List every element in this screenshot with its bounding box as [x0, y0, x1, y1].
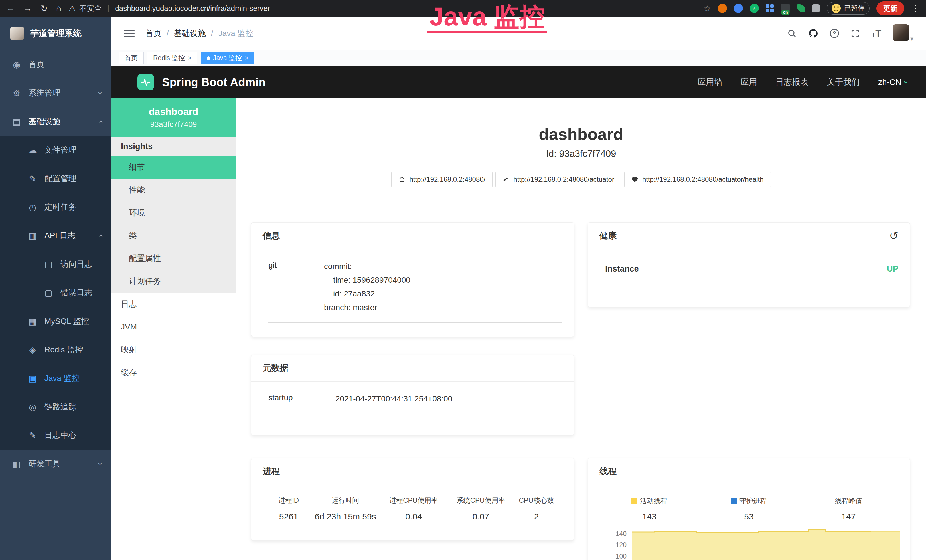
column-header: 进程ID	[265, 496, 312, 505]
sidebar-item-error-log[interactable]: ▢ 错误日志	[0, 278, 111, 307]
app-logo[interactable]: 芋道管理系统	[0, 17, 111, 50]
sba-item-logfile[interactable]: 日志	[111, 293, 236, 316]
annotation-text: Java 监控	[427, 3, 547, 33]
browser-refresh-icon[interactable]: ↻	[41, 3, 48, 14]
process-table: 进程ID 5261 运行时间 6d 23h 15m 59s 进程CPU使用率 0…	[263, 496, 562, 522]
avatar[interactable]	[893, 24, 909, 41]
column-value: 0.04	[379, 512, 449, 522]
profile-paused-badge[interactable]: 已暂停	[827, 2, 870, 15]
fullscreen-icon[interactable]	[850, 29, 860, 38]
sba-nav-wallboard[interactable]: 应用墙	[698, 76, 722, 88]
close-icon[interactable]: ×	[245, 54, 248, 62]
extension-icon-orange[interactable]	[718, 4, 727, 13]
sba-item-mappings[interactable]: 映射	[111, 338, 236, 361]
search-icon[interactable]	[787, 29, 797, 38]
instance-health-link[interactable]: http://192.168.0.2:48080/actuator/health	[624, 172, 771, 187]
github-icon[interactable]	[808, 28, 819, 38]
sidebar-item-label: 错误日志	[61, 287, 92, 298]
address-bar[interactable]: ⚠ 不安全 | dashboard.yudao.iocoder.cn/infra…	[69, 3, 703, 14]
sidebar-item-mysql-monitor[interactable]: ▦ MySQL 监控	[0, 307, 111, 336]
column-value: 2	[513, 512, 560, 522]
sidebar-item-file-management[interactable]: ☁ 文件管理	[0, 136, 111, 164]
sba-item-scheduled-tasks[interactable]: 计划任务	[111, 270, 236, 293]
legend-live-threads: 活动线程 143	[599, 496, 699, 522]
sidebar-item-java-monitor[interactable]: ▣ Java 监控	[0, 364, 111, 392]
tab-label: Redis 监控	[153, 54, 185, 62]
tab-java-monitor[interactable]: Java 监控 ×	[201, 52, 254, 65]
chevron-down-icon: ›	[902, 81, 911, 83]
browser-back-icon[interactable]: ←	[6, 3, 15, 13]
sidebar-item-api-log[interactable]: ▥ API 日志 ›	[0, 221, 111, 250]
close-icon[interactable]: ×	[188, 54, 191, 62]
app-logo-image	[10, 27, 24, 40]
sba-item-classes[interactable]: 类	[111, 224, 236, 247]
chevron-down-icon: ▾	[910, 35, 914, 42]
info-row-git: git commit: time: 1596289704000 id: 27aa…	[268, 259, 562, 322]
sidebar-item-access-log[interactable]: ▢ 访问日志	[0, 250, 111, 278]
sidebar-item-scheduled-jobs[interactable]: ◷ 定时任务	[0, 193, 111, 221]
hamburger-menu-icon[interactable]	[124, 28, 135, 38]
instance-home-link[interactable]: http://192.168.0.2:48080/	[391, 172, 493, 187]
sidebar-item-dev-tools[interactable]: ◧ 研发工具 ›	[0, 450, 111, 478]
sba-item-environment[interactable]: 环境	[111, 201, 236, 224]
sba-item-details[interactable]: 细节	[111, 156, 236, 179]
legend-value: 143	[599, 512, 699, 522]
instance-id: 93a3fc7f7409	[150, 120, 197, 129]
browser-home-icon[interactable]: ⌂	[56, 3, 61, 13]
font-size-icon[interactable]: TT	[872, 28, 881, 39]
help-icon[interactable]: ?	[830, 29, 839, 38]
legend-label: 线程峰值	[835, 496, 862, 506]
breadcrumb-section[interactable]: 基础设施	[174, 28, 206, 39]
tab-redis-monitor[interactable]: Redis 监控 ×	[147, 52, 197, 65]
bookmark-star-icon[interactable]: ☆	[703, 3, 711, 14]
sba-nav-journal[interactable]: 日志报表	[775, 76, 808, 88]
sidebar-item-home[interactable]: ◉ 首页	[0, 50, 111, 79]
extension-icon-leaf[interactable]	[797, 4, 805, 12]
sba-locale-select[interactable]: zh-CN ›	[878, 77, 908, 87]
breadcrumb-home[interactable]: 首页	[145, 28, 162, 39]
extension-icon-green-check[interactable]: ✓	[750, 4, 759, 13]
sba-nav-applications[interactable]: 应用	[741, 76, 757, 88]
metadata-card-title: 元数据	[263, 362, 288, 374]
sidebar-item-trace[interactable]: ◎ 链路追踪	[0, 392, 111, 421]
sba-brand-title[interactable]: Spring Boot Admin	[162, 76, 265, 89]
sidebar-item-label: 研发工具	[29, 459, 61, 469]
extension-icon-switch[interactable]: on	[781, 4, 790, 12]
spring-boot-admin-logo[interactable]	[138, 74, 154, 91]
process-col-uptime: 运行时间 6d 23h 15m 59s	[312, 496, 379, 522]
chrome-update-button[interactable]: 更新	[876, 2, 904, 15]
cloud-icon: ☁	[27, 145, 38, 155]
chevron-down-icon: ›	[95, 92, 104, 94]
process-col-pid: 进程ID 5261	[265, 496, 312, 522]
browser-extensions-area: ☆ ✓ on 已暂停 更新 ⋮	[703, 2, 920, 15]
sba-item-jvm[interactable]: JVM	[111, 316, 236, 338]
sidebar-item-system[interactable]: ⚙ 系统管理 ›	[0, 79, 111, 107]
url-text[interactable]: dashboard.yudao.iocoder.cn/infra/admin-s…	[115, 4, 270, 13]
sba-nav-about[interactable]: 关于我们	[827, 76, 860, 88]
sidebar-item-log-center[interactable]: ✎ 日志中心	[0, 421, 111, 450]
y-axis-tick: 140	[601, 530, 626, 538]
sba-item-caches[interactable]: 缓存	[111, 361, 236, 384]
tab-home[interactable]: 首页	[119, 52, 144, 65]
sidebar-submenu-infrastructure: ☁ 文件管理 ✎ 配置管理 ◷ 定时任务 ▥ API 日志 › ▢ 访问日志 ▢	[0, 136, 111, 450]
history-icon[interactable]: ↺	[889, 230, 898, 241]
info-value: commit: time: 1596289704000 id: 27aa832 …	[324, 260, 410, 314]
sba-item-configprops[interactable]: 配置属性	[111, 247, 236, 270]
sidebar-item-config-management[interactable]: ✎ 配置管理	[0, 164, 111, 193]
sba-instance-block[interactable]: dashboard 93a3fc7f7409	[111, 98, 236, 137]
clock-icon: ◷	[27, 202, 38, 212]
sidebar-item-label: 访问日志	[61, 259, 92, 269]
threads-card: 线程 活动线程 143 守护进程	[588, 458, 910, 560]
sidebar-item-infrastructure[interactable]: ▤ 基础设施 ›	[0, 107, 111, 136]
instance-actuator-link[interactable]: http://192.168.0.2:48080/actuator	[495, 172, 622, 187]
browser-forward-icon[interactable]: →	[23, 3, 32, 13]
sidebar-item-redis-monitor[interactable]: ◈ Redis 监控	[0, 336, 111, 364]
extension-icon-blue[interactable]	[734, 4, 743, 13]
legend-value: 53	[699, 512, 799, 522]
extension-icon-grid[interactable]	[766, 4, 774, 12]
extensions-puzzle-icon[interactable]	[812, 4, 820, 12]
metadata-row-startup: startup 2021-04-27T00:44:31.254+08:00	[268, 391, 562, 414]
sba-item-metrics[interactable]: 性能	[111, 179, 236, 201]
health-status-badge: UP	[887, 264, 898, 274]
browser-menu-icon[interactable]: ⋮	[911, 3, 920, 14]
